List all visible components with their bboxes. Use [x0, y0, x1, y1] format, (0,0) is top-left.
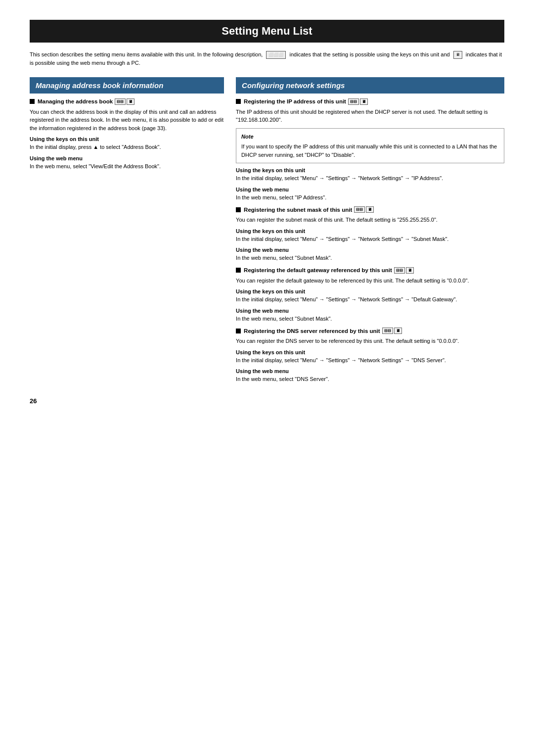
bullet-dns-icon — [236, 329, 241, 333]
intro-text-1: This section describes the setting menu … — [30, 51, 263, 57]
web-text-ip: In the web menu, select "IP Address". — [236, 193, 504, 202]
subsection-ip-title: Registering the IP address of this unit — [244, 98, 346, 104]
web-heading-1: Using the web menu — [30, 155, 224, 161]
left-section-header: Managing address book information — [30, 77, 224, 94]
intro-paragraph: This section describes the setting menu … — [30, 50, 504, 67]
dns-body: You can register the DNS server to be re… — [236, 337, 504, 345]
page-title: Setting Menu List — [30, 20, 504, 43]
subsection-subnet-title: Registering the subnet mask of this unit — [244, 207, 352, 213]
keys-heading-ip: Using the keys on this unit — [236, 167, 504, 173]
pc-icon-intro: 🖥 — [453, 51, 462, 59]
right-section-header: Configuring network settings — [236, 77, 504, 94]
web-text-subnet: In the web menu, select "Subnet Mask". — [236, 254, 504, 262]
keys-text-1: In the initial display, press ▲ to selec… — [30, 143, 224, 151]
web-text-1: In the web menu, select "View/Edit the A… — [30, 162, 224, 171]
left-column: Managing address book information Managi… — [30, 77, 224, 173]
unit-icon-ip: ⊟⊟ — [348, 98, 359, 105]
right-column: Configuring network settings Registering… — [236, 77, 504, 385]
web-text-gateway: In the web menu, select "Subnet Mask". — [236, 315, 504, 323]
pc-icon-ip: 🖥 — [360, 98, 368, 105]
unit-icon-subnet: ⊟⊟ — [354, 206, 365, 213]
note-label: Note — [241, 133, 499, 141]
unit-icon-intro: ⬜⬜⬜ — [266, 51, 286, 59]
pc-icon-dns: 🖥 — [394, 328, 402, 334]
unit-icon-gateway: ⊟⊟ — [394, 267, 405, 274]
keys-heading-subnet: Using the keys on this unit — [236, 228, 504, 234]
unit-icon-1: ⊟⊟ — [115, 98, 126, 105]
bullet-ip-icon — [236, 99, 241, 104]
web-heading-dns: Using the web menu — [236, 368, 504, 374]
subsection-ip: Registering the IP address of this unit … — [236, 98, 504, 105]
keys-heading-1: Using the keys on this unit — [30, 136, 224, 142]
note-box-ip: Note If you want to specify the IP addre… — [236, 128, 504, 164]
ip-body: The IP address of this unit should be re… — [236, 108, 504, 124]
keys-text-ip: In the initial display, select "Menu" → … — [236, 174, 504, 183]
web-heading-gateway: Using the web menu — [236, 308, 504, 314]
web-heading-ip: Using the web menu — [236, 187, 504, 192]
pc-icon-subnet: 🖥 — [366, 206, 374, 213]
subsection-gateway-title: Registering the default gateway referenc… — [244, 267, 392, 273]
keys-text-dns: In the initial display, select "Menu" → … — [236, 356, 504, 365]
address-book-body: You can check the address book in the di… — [30, 108, 224, 133]
subsection-subnet: Registering the subnet mask of this unit… — [236, 206, 504, 213]
main-content: Managing address book information Managi… — [30, 77, 504, 385]
intro-text-2: indicates that the setting is possible u… — [290, 51, 450, 57]
pc-icon-gateway: 🖥 — [406, 267, 414, 274]
bullet-icon — [30, 99, 35, 104]
pc-icon-1: 🖥 — [127, 98, 134, 105]
keys-heading-dns: Using the keys on this unit — [236, 349, 504, 355]
web-text-dns: In the web menu, select "DNS Server". — [236, 375, 504, 383]
note-text: If you want to specify the IP address of… — [241, 143, 497, 158]
web-heading-subnet: Using the web menu — [236, 247, 504, 253]
gateway-body: You can register the default gateway to … — [236, 277, 504, 285]
subsection-address-book: Managing the address book ⊟⊟ 🖥 — [30, 98, 224, 105]
bullet-subnet-icon — [236, 207, 241, 212]
bullet-gateway-icon — [236, 268, 241, 273]
keys-text-gateway: In the initial display, select "Menu" → … — [236, 295, 504, 304]
subsection-address-book-title: Managing the address book — [38, 98, 113, 104]
page-number: 26 — [30, 397, 504, 405]
keys-heading-gateway: Using the keys on this unit — [236, 288, 504, 294]
unit-icon-dns: ⊟⊟ — [382, 328, 393, 334]
keys-text-subnet: In the initial display, select "Menu" → … — [236, 235, 504, 243]
subnet-body: You can register the subnet mask of this… — [236, 216, 504, 224]
subsection-dns: Registering the DNS server referenced by… — [236, 328, 504, 334]
subsection-dns-title: Registering the DNS server referenced by… — [244, 328, 380, 334]
subsection-gateway: Registering the default gateway referenc… — [236, 267, 504, 274]
